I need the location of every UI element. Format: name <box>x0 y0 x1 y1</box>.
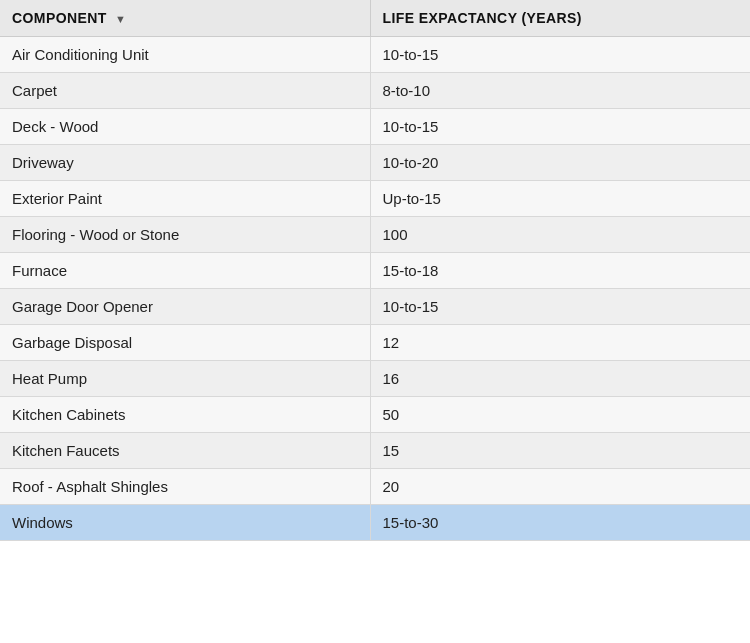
table-row[interactable]: Carpet8-to-10 <box>0 73 750 109</box>
component-cell: Roof - Asphalt Shingles <box>0 469 370 505</box>
life-expectancy-cell: 10-to-15 <box>370 109 750 145</box>
table-row[interactable]: Flooring - Wood or Stone100 <box>0 217 750 253</box>
table-header-row: COMPONENT ▼ LIFE EXPACTANCY (YEARS) <box>0 0 750 37</box>
component-cell: Windows <box>0 505 370 541</box>
component-cell: Kitchen Faucets <box>0 433 370 469</box>
component-header[interactable]: COMPONENT ▼ <box>0 0 370 37</box>
life-expectancy-cell: Up-to-15 <box>370 181 750 217</box>
table-row[interactable]: Kitchen Cabinets50 <box>0 397 750 433</box>
life-expectancy-cell: 100 <box>370 217 750 253</box>
life-expectancy-cell: 10-to-15 <box>370 289 750 325</box>
table-row[interactable]: Deck - Wood10-to-15 <box>0 109 750 145</box>
table-row[interactable]: Furnace15-to-18 <box>0 253 750 289</box>
component-cell: Garbage Disposal <box>0 325 370 361</box>
life-expectancy-cell: 20 <box>370 469 750 505</box>
table-row[interactable]: Kitchen Faucets15 <box>0 433 750 469</box>
table-row[interactable]: Driveway10-to-20 <box>0 145 750 181</box>
sort-icon[interactable]: ▼ <box>115 13 126 25</box>
component-header-label: COMPONENT <box>12 10 107 26</box>
component-cell: Furnace <box>0 253 370 289</box>
component-cell: Deck - Wood <box>0 109 370 145</box>
life-expectancy-table: COMPONENT ▼ LIFE EXPACTANCY (YEARS) Air … <box>0 0 750 541</box>
component-cell: Flooring - Wood or Stone <box>0 217 370 253</box>
life-expectancy-header: LIFE EXPACTANCY (YEARS) <box>370 0 750 37</box>
life-expectancy-cell: 8-to-10 <box>370 73 750 109</box>
table-row[interactable]: Roof - Asphalt Shingles20 <box>0 469 750 505</box>
life-expectancy-cell: 10-to-15 <box>370 37 750 73</box>
table-row[interactable]: Garbage Disposal12 <box>0 325 750 361</box>
life-expectancy-cell: 10-to-20 <box>370 145 750 181</box>
life-expectancy-cell: 15-to-30 <box>370 505 750 541</box>
component-cell: Garage Door Opener <box>0 289 370 325</box>
life-expectancy-header-label: LIFE EXPACTANCY (YEARS) <box>383 10 582 26</box>
component-cell: Exterior Paint <box>0 181 370 217</box>
component-cell: Driveway <box>0 145 370 181</box>
life-expectancy-cell: 15 <box>370 433 750 469</box>
life-expectancy-cell: 50 <box>370 397 750 433</box>
table-row[interactable]: Exterior PaintUp-to-15 <box>0 181 750 217</box>
life-expectancy-cell: 15-to-18 <box>370 253 750 289</box>
table-row[interactable]: Air Conditioning Unit10-to-15 <box>0 37 750 73</box>
component-cell: Carpet <box>0 73 370 109</box>
life-expectancy-cell: 12 <box>370 325 750 361</box>
component-cell: Air Conditioning Unit <box>0 37 370 73</box>
table-row[interactable]: Windows15-to-30 <box>0 505 750 541</box>
table-row[interactable]: Heat Pump16 <box>0 361 750 397</box>
table-row[interactable]: Garage Door Opener10-to-15 <box>0 289 750 325</box>
component-cell: Kitchen Cabinets <box>0 397 370 433</box>
life-expectancy-cell: 16 <box>370 361 750 397</box>
component-cell: Heat Pump <box>0 361 370 397</box>
